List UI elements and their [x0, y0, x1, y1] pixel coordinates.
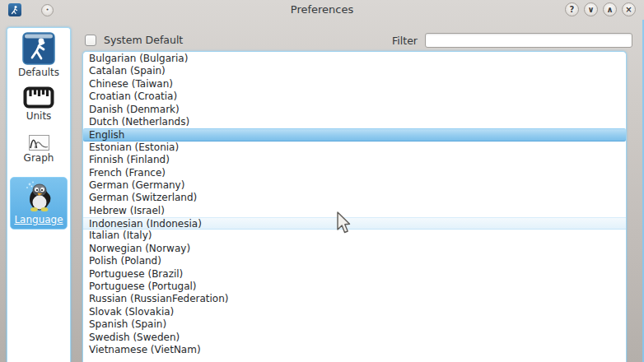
sidebar-item-label: Units [7, 110, 70, 122]
list-item[interactable]: Hebrew (Israel) [83, 205, 626, 217]
filter-group: Filter [392, 33, 632, 48]
list-item[interactable]: French (France) [83, 167, 626, 179]
sidebar-item-language[interactable]: Language [10, 177, 68, 230]
list-item[interactable]: Polish (Poland) [83, 255, 626, 267]
tux-penguin-icon [22, 179, 55, 212]
list-item[interactable]: Dutch (Netherlands) [83, 116, 626, 128]
filter-input[interactable] [425, 33, 632, 48]
diver-icon [22, 32, 55, 65]
list-item[interactable]: Portuguese (Portugal) [83, 281, 626, 293]
list-item[interactable]: Swedish (Sweden) [83, 332, 626, 344]
list-item[interactable]: Norwegian (Norway) [83, 243, 626, 255]
close-button[interactable]: × [622, 2, 636, 16]
list-item[interactable]: Portuguese (Brazil) [83, 268, 626, 281]
list-item[interactable]: Slovak (Slovakia) [83, 306, 626, 318]
language-list[interactable]: Bulgarian (Bulgaria)Catalan (Spain)Chine… [82, 51, 627, 362]
minimize-button[interactable]: ∨ [584, 2, 598, 16]
list-item[interactable]: Finnish (Finland) [83, 154, 626, 166]
maximize-button[interactable]: ∧ [603, 2, 617, 16]
preferences-window: • Preferences ? ∨ ∧ × Defaults [0, 0, 644, 362]
window-title: Preferences [0, 3, 644, 16]
list-item[interactable]: Spanish (Spain) [83, 318, 626, 331]
sidebar-item-label: Graph [7, 152, 70, 164]
list-item[interactable]: Russian (RussianFederation) [83, 293, 626, 305]
list-item[interactable]: Croatian (Croatia) [83, 90, 626, 103]
list-item[interactable]: German (Switzerland) [83, 192, 626, 204]
sidebar-item-defaults[interactable]: Defaults [7, 32, 70, 78]
system-default-label: System Default [104, 34, 183, 46]
list-item[interactable]: Catalan (Spain) [83, 65, 626, 77]
sidebar-item-label: Defaults [7, 67, 70, 78]
help-button[interactable]: ? [565, 2, 579, 16]
list-item[interactable]: Danish (Denmark) [83, 104, 626, 116]
list-item[interactable]: Bulgarian (Bulgaria) [83, 53, 626, 65]
list-item[interactable]: German (Germany) [83, 179, 626, 192]
list-item[interactable]: Indonesian (Indonesia) [83, 217, 626, 230]
system-default-row: System Default [85, 34, 183, 46]
sidebar-item-label: Language [11, 214, 67, 225]
list-item[interactable]: Estonian (Estonia) [83, 142, 626, 154]
list-item[interactable]: Vietnamese (VietNam) [83, 344, 626, 356]
list-item[interactable]: Chinese (Taiwan) [83, 78, 626, 90]
titlebar[interactable]: • Preferences ? ∨ ∧ × [0, 0, 644, 20]
list-item[interactable]: Italian (Italy) [83, 230, 626, 242]
sidebar-item-units[interactable]: Units [7, 86, 70, 122]
filter-label: Filter [392, 35, 418, 47]
list-item[interactable]: English [83, 128, 626, 141]
preferences-sidebar: Defaults Units Graph [7, 27, 71, 362]
system-default-checkbox[interactable] [85, 35, 96, 46]
ruler-icon [23, 86, 54, 109]
sidebar-item-graph[interactable]: Graph [7, 135, 70, 164]
graph-icon [29, 135, 49, 151]
